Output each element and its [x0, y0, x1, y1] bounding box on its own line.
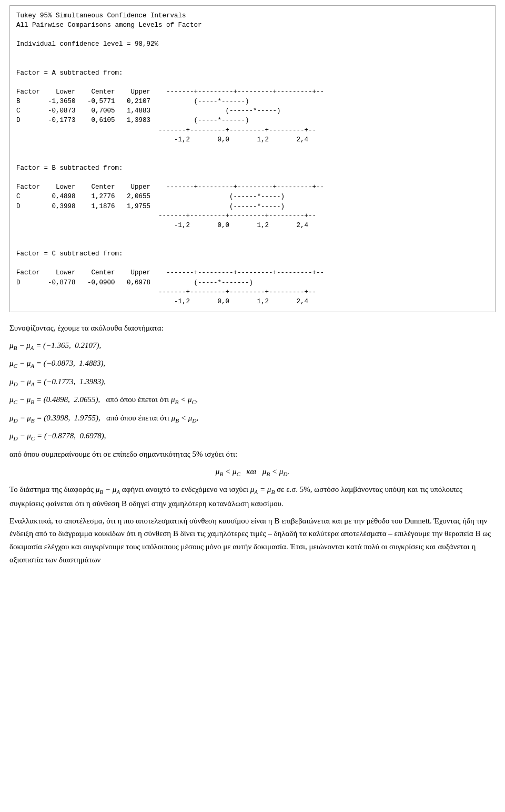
interval-line-4: μC − μB = (0.4898, 2.0655), από όπου έπε…: [9, 393, 496, 407]
interval-line-3: μD − μA = (−0.1773, 1.3983),: [9, 375, 496, 389]
interval-line-1: μB − μA = (−1.365, 0.2107),: [9, 339, 496, 353]
conclusion-text-1: από όπου συμπεραίνουμε ότι σε επίπεδο ση…: [9, 448, 496, 461]
summary-section: Συνοψίζοντας, έχουμε τα ακόλουθα διαστήμ…: [9, 322, 496, 567]
interval-line-6: μD − μC = (−0.8778, 0.6978),: [9, 429, 496, 444]
paragraph-1: Το διάστημα της διαφοράς μB − μA αφήνει …: [9, 483, 496, 510]
paragraph-2: Εναλλακτικά, το αποτέλεσμα, ότι η πιο απ…: [9, 515, 496, 567]
interval-line-5: μD − μB = (0.3998, 1.9755), από όπου έπε…: [9, 412, 496, 426]
conclusion-math: μB < μC και μB < μD.: [9, 465, 496, 479]
summary-heading: Συνοψίζοντας, έχουμε τα ακόλουθα διαστήμ…: [9, 322, 496, 335]
tukey-output-block: Tukey 95% Simultaneous Confidence Interv…: [9, 5, 496, 312]
interval-line-2: μC − μA = (−0.0873, 1.4883),: [9, 357, 496, 371]
